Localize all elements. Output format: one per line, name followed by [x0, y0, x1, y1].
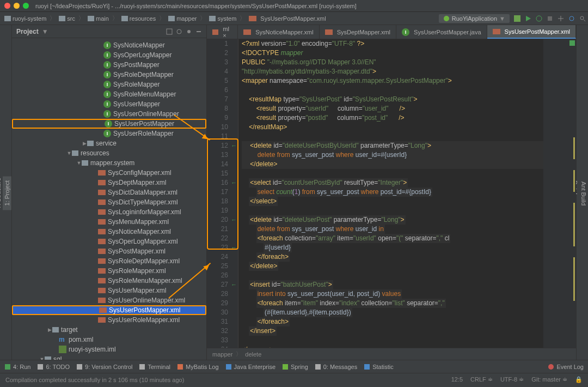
tool-window-button[interactable]: 4: Run — [4, 364, 30, 370]
tool-window-button[interactable]: Statistic — [364, 364, 394, 370]
breadcrumb-item[interactable]: src — [57, 15, 77, 22]
stop-icon[interactable] — [547, 15, 553, 22]
vcs-icon[interactable] — [558, 15, 564, 22]
navigation-bar: ruoyi-system〉 src〉 main〉 resources〉 mapp… — [0, 12, 588, 25]
tree-item[interactable]: ▼sql — [12, 354, 206, 360]
maximize-window-button[interactable] — [23, 3, 29, 9]
minimize-window-button[interactable] — [14, 3, 20, 9]
project-tool-tab[interactable]: 1: Project — [3, 176, 11, 210]
svg-point-5 — [569, 16, 574, 21]
tree-item[interactable]: ▼resources — [12, 148, 206, 158]
hammer-build-icon[interactable] — [514, 15, 520, 22]
notification-icon — [548, 364, 554, 370]
xml-file-icon — [98, 288, 106, 293]
tree-item[interactable]: SysUserOnlineMapper.xml — [12, 295, 206, 305]
tree-item[interactable]: ISysRoleMapper — [12, 80, 206, 89]
gear-icon[interactable] — [186, 28, 192, 35]
tree-item[interactable]: SysPostMapper.xml — [12, 246, 206, 256]
tool-window-button[interactable]: 6: TODO — [37, 364, 70, 370]
breadcrumb-item[interactable]: system — [207, 15, 238, 22]
tree-item[interactable]: ▼mapper.system — [12, 158, 206, 168]
locate-icon[interactable] — [176, 28, 182, 35]
tree-item[interactable]: ▶target — [12, 325, 206, 335]
lock-icon[interactable]: 🔒 — [575, 376, 583, 383]
interface-icon: I — [103, 41, 111, 49]
editor-tabs: ml ×SysNoticeMapper.xmlSysDeptMapper.xml… — [207, 25, 576, 39]
tree-item[interactable]: SysRoleMapper.xml — [12, 266, 206, 276]
tree-item[interactable]: SysDictTypeMapper.xml — [12, 197, 206, 207]
tree-item[interactable]: SysUserPostMapper.xml — [12, 305, 206, 315]
event-log-button[interactable]: Event Log — [548, 364, 584, 370]
run-icon[interactable] — [525, 15, 531, 22]
breadcrumb-item[interactable]: mapper — [166, 15, 199, 22]
code-editor[interactable]: <?xml version="1.0" encoding="UTF-8" ?><… — [238, 39, 543, 348]
tool-window-button[interactable]: Java Enterprise — [225, 364, 275, 370]
xml-file-icon — [212, 29, 218, 35]
xml-file-icon — [98, 317, 106, 323]
tool-window-button[interactable]: Spring — [282, 364, 308, 370]
tool-window-button[interactable]: MyBatis Log — [177, 364, 219, 370]
breadcrumb-file[interactable]: SysUserPostMapper.xml — [247, 15, 328, 22]
file-tab[interactable]: SysUserPostMapper.xml — [487, 25, 576, 39]
file-tab[interactable]: ISysUserPostMapper.java — [396, 25, 487, 39]
update-icon[interactable] — [568, 15, 575, 22]
breadcrumb-item[interactable]: resources — [119, 15, 158, 22]
git-branch[interactable]: Git: master ≑ — [531, 376, 567, 383]
tree-item[interactable]: SysNoticeMapper.xml — [12, 227, 206, 237]
tree-item[interactable]: ISysPostMapper — [12, 60, 206, 70]
tree-item[interactable]: ISysNoticeMapper — [12, 40, 206, 50]
maven-icon: m — [59, 336, 66, 343]
tree-item[interactable]: SysConfigMapper.xml — [12, 168, 206, 178]
line-ending[interactable]: CRLF ≑ — [470, 376, 493, 383]
tree-item[interactable]: ISysUserRoleMapper — [12, 129, 206, 138]
breadcrumb-project[interactable]: ruoyi-system — [2, 15, 48, 22]
ant-tool-tab[interactable]: Ant Build — [579, 177, 588, 210]
project-panel: Project ▼ ISysNoticeMapperISysOperLogMap… — [12, 25, 207, 360]
collapse-icon[interactable] — [166, 28, 173, 35]
file-tab[interactable]: SysDeptMapper.xml — [320, 25, 396, 39]
editor-breadcrumb[interactable]: mapper 〉 delete — [207, 348, 576, 360]
tree-item[interactable]: ISysOperLogMapper — [12, 50, 206, 60]
xml-file-icon — [98, 278, 106, 283]
tool-window-button[interactable]: 9: Version Control — [76, 364, 132, 370]
debug-icon[interactable] — [536, 15, 542, 22]
tree-item[interactable]: SysOperLogMapper.xml — [12, 237, 206, 246]
svg-point-0 — [444, 16, 449, 21]
structure-tool-tab[interactable]: 7: Structure — [0, 173, 3, 213]
tool-window-button[interactable]: Terminal — [139, 364, 170, 370]
project-tree[interactable]: ISysNoticeMapperISysOperLogMapperISysPos… — [12, 38, 206, 360]
tree-item[interactable]: ISysUserPostMapper — [12, 119, 206, 129]
tree-item[interactable]: SysDeptMapper.xml — [12, 178, 206, 188]
file-encoding[interactable]: UTF-8 ≑ — [500, 376, 524, 383]
svg-rect-18 — [283, 364, 288, 370]
tree-item[interactable]: ISysUserMapper — [12, 99, 206, 109]
close-window-button[interactable] — [4, 3, 10, 9]
interface-icon: I — [103, 81, 111, 88]
tool-window-button[interactable]: 0: Messages — [315, 364, 357, 370]
tree-item[interactable]: ISysRoleMenuMapper — [12, 89, 206, 99]
tree-item[interactable]: SysRoleDeptMapper.xml — [12, 256, 206, 266]
tree-item[interactable]: SysRoleMenuMapper.xml — [12, 276, 206, 286]
tree-item[interactable]: SysMenuMapper.xml — [12, 217, 206, 227]
breadcrumb-item[interactable]: main — [85, 15, 111, 22]
tree-item[interactable]: SysUserRoleMapper.xml — [12, 315, 206, 325]
search-icon[interactable] — [579, 15, 586, 22]
tree-item[interactable]: ▶service — [12, 138, 206, 148]
folder-icon — [45, 356, 51, 360]
gutter[interactable]: 123456789101112←13141516←17181920←212223… — [207, 39, 238, 348]
folder-icon — [72, 150, 78, 156]
interface-icon: I — [103, 51, 111, 59]
error-stripe[interactable] — [543, 39, 576, 348]
tree-item[interactable]: ruoyi-system.iml — [12, 344, 206, 354]
xml-file-icon — [98, 190, 106, 195]
run-configuration-selector[interactable]: RuoYiApplication ▼ — [439, 14, 510, 23]
file-tab[interactable]: ml × — [207, 25, 238, 39]
tree-item[interactable]: mpom.xml — [12, 335, 206, 344]
hide-icon[interactable] — [195, 28, 202, 35]
tree-item[interactable]: SysDictDataMapper.xml — [12, 188, 206, 197]
tree-item[interactable]: SysLogininforMapper.xml — [12, 207, 206, 217]
xml-file-icon — [98, 268, 106, 274]
file-tab[interactable]: SysNoticeMapper.xml — [238, 25, 319, 39]
caret-position[interactable]: 12:5 — [451, 376, 463, 383]
tree-item[interactable]: ISysRoleDeptMapper — [12, 70, 206, 80]
